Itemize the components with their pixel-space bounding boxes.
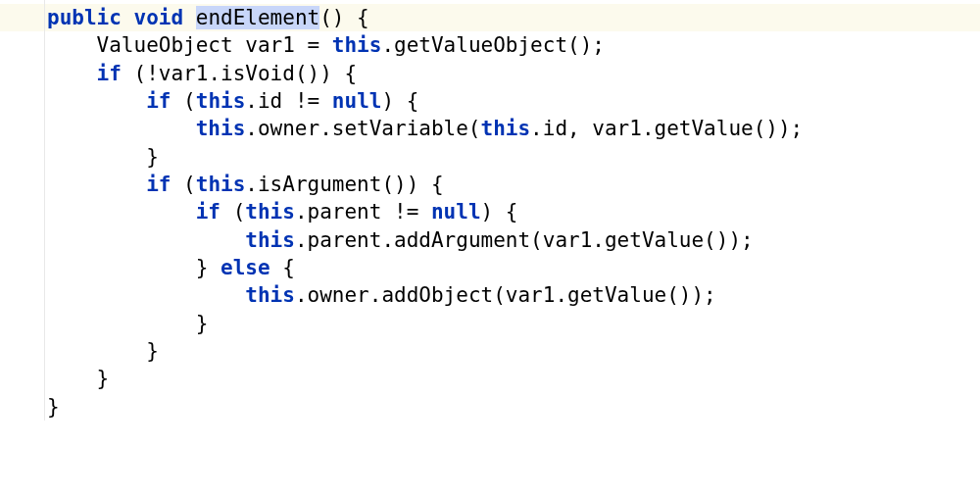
keyword-void: void	[134, 6, 184, 29]
keyword-if: if	[196, 200, 220, 224]
keyword-this: this	[196, 117, 246, 140]
code-line[interactable]: if (this.isArgument()) {	[0, 171, 980, 198]
keyword-this: this	[481, 117, 531, 140]
keyword-this: this	[196, 173, 246, 196]
keyword-null: null	[431, 200, 481, 224]
keyword-this: this	[245, 200, 295, 224]
code-line[interactable]: }	[0, 365, 980, 392]
code-line[interactable]: this.parent.addArgument(var1.getValue())…	[0, 226, 980, 254]
code-line[interactable]: } else {	[0, 254, 980, 281]
code-line[interactable]: this.owner.addObject(var1.getValue());	[0, 281, 980, 309]
keyword-this: this	[332, 33, 382, 57]
keyword-public: public	[47, 6, 122, 29]
keyword-if: if	[97, 62, 122, 85]
gutter-divider	[44, 0, 45, 421]
keyword-this: this	[196, 89, 246, 113]
code-line[interactable]: if (!var1.isVoid()) {	[0, 60, 980, 87]
keyword-this: this	[245, 283, 295, 307]
code-line[interactable]: if (this.id != null) {	[0, 87, 980, 115]
code-line[interactable]: ValueObject var1 = this.getValueObject()…	[0, 31, 980, 59]
keyword-else: else	[220, 256, 270, 279]
selection-highlight: endElement	[196, 6, 319, 29]
code-line[interactable]: public void endElement() {	[0, 4, 980, 31]
keyword-if: if	[146, 89, 171, 113]
code-line[interactable]: }	[0, 393, 980, 421]
keyword-this: this	[245, 228, 295, 252]
code-line[interactable]: this.owner.setVariable(this.id, var1.get…	[0, 115, 980, 142]
code-line[interactable]: }	[0, 143, 980, 171]
code-line[interactable]: }	[0, 337, 980, 365]
code-line[interactable]: if (this.parent != null) {	[0, 198, 980, 225]
keyword-null: null	[332, 89, 382, 113]
keyword-if: if	[146, 173, 171, 196]
code-editor[interactable]: public void endElement() { ValueObject v…	[0, 0, 980, 421]
code-line[interactable]: }	[0, 310, 980, 337]
